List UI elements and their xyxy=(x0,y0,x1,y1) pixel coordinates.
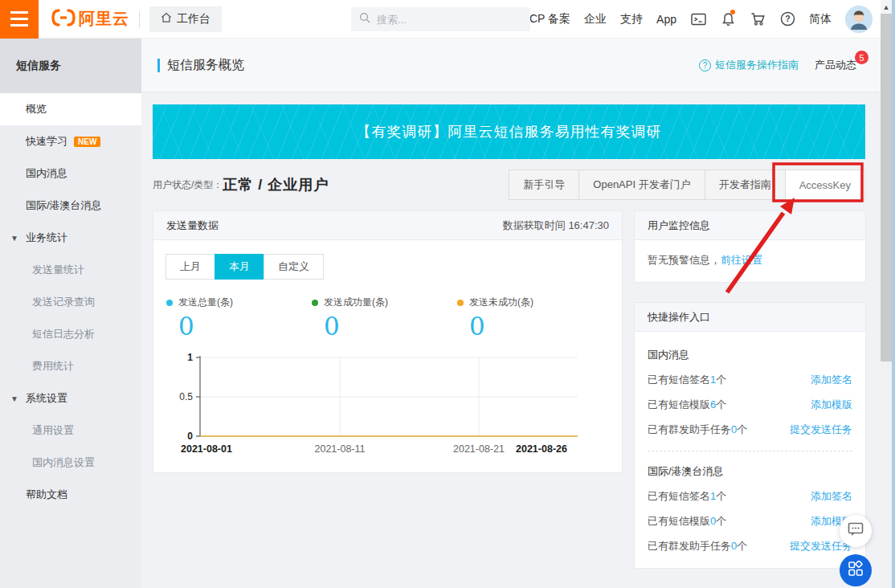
content: 【有奖调研】阿里云短信服务易用性有奖调研 用户状态/类型： 正常 / 企业用户 … xyxy=(141,92,881,569)
chat-support-button[interactable] xyxy=(840,515,872,547)
nav-link-support[interactable]: 支持 xyxy=(620,12,643,27)
xtick-0811: 2021-08-11 xyxy=(314,443,365,455)
main-area: 短信服务概览 ? 短信服务操作指南 产品动态 5 【有奖调研】阿里云短信服务易用… xyxy=(141,39,881,588)
sidebar-group-business-stats[interactable]: ▼ 业务统计 xyxy=(0,222,141,254)
title-accent-bar xyxy=(157,59,160,72)
sidebar-group-system-settings[interactable]: ▼ 系统设置 xyxy=(0,382,141,414)
sidebar-item-label: 发送记录查询 xyxy=(32,295,95,309)
sidebar-item-label: 帮助文档 xyxy=(26,488,67,502)
row-text: 已有短信模版0个 xyxy=(648,514,726,529)
quick-row: 已有短信模版0个 添加模版 xyxy=(648,514,852,529)
row-text: 已有群发助手任务0个 xyxy=(648,539,747,553)
hamburger-menu-icon[interactable] xyxy=(0,0,39,39)
stats-row: 发送总量(条) 0 发送成功量(条) 0 xyxy=(166,296,603,340)
tab-last-month[interactable]: 上月 xyxy=(166,254,215,280)
terminal-icon[interactable] xyxy=(690,11,706,27)
workbench-button[interactable]: 工作台 xyxy=(149,6,222,32)
scrollbar-thumb[interactable] xyxy=(881,14,892,361)
right-column: 用户监控信息 暂无预警信息，前往设置 快捷操作入口 国内消息 xyxy=(634,210,866,569)
sidebar-item-label: 通用设置 xyxy=(32,423,74,438)
add-signature-link[interactable]: 添加签名 xyxy=(811,373,852,387)
row-text: 已有群发助手任务0个 xyxy=(648,423,747,437)
quick-row: 已有短信签名1个 添加签名 xyxy=(648,373,852,387)
chevron-down-icon: ▼ xyxy=(10,394,18,403)
sidebar-item-general-settings[interactable]: 通用设置 xyxy=(0,414,141,447)
product-news-label: 产品动态 xyxy=(815,59,856,71)
sidebar-item-overview[interactable]: 概览 xyxy=(0,93,141,125)
svg-text:?: ? xyxy=(785,14,790,23)
news-count-badge: 5 xyxy=(855,51,868,64)
sidebar: 短信服务 概览 快速学习 NEW 国内消息 国际/港澳台消息 ▼ 业务统计 发送… xyxy=(0,39,141,588)
notification-bell-icon[interactable] xyxy=(720,11,736,27)
browser-edge-strip xyxy=(892,0,895,588)
ytick-0: 0 xyxy=(187,431,193,442)
locale-switcher[interactable]: 简体 xyxy=(809,12,832,27)
nav-divider xyxy=(139,11,140,27)
sidebar-item-label: 短信日志分析 xyxy=(32,327,95,341)
question-circle-icon: ? xyxy=(699,59,711,71)
tab-this-month[interactable]: 本月 xyxy=(215,254,264,280)
page-scrollbar[interactable]: ▲ xyxy=(881,0,892,588)
cart-icon[interactable] xyxy=(750,11,766,27)
chevron-down-icon: ▼ xyxy=(10,234,18,243)
dashed-divider xyxy=(648,451,852,451)
sidebar-item-domestic-messages[interactable]: 国内消息 xyxy=(0,157,141,190)
sidebar-item-sms-log-analysis[interactable]: 短信日志分析 xyxy=(0,318,141,350)
quick-row: 已有群发助手任务0个 提交发送任务 xyxy=(648,539,852,553)
widgets-panel-button[interactable] xyxy=(840,554,872,586)
scroll-up-arrow-icon[interactable]: ▲ xyxy=(881,0,892,14)
sidebar-item-label: 业务统计 xyxy=(26,231,67,245)
ytick-05: 0.5 xyxy=(179,391,193,402)
submit-send-task-link[interactable]: 提交发送任务 xyxy=(790,423,852,437)
product-news-link[interactable]: 产品动态 5 xyxy=(815,58,856,72)
sidebar-item-label: 发送量统计 xyxy=(32,263,84,277)
sidebar-item-domestic-message-settings[interactable]: 国内消息设置 xyxy=(0,447,141,479)
sidebar-item-help-docs[interactable]: 帮助文档 xyxy=(0,479,141,511)
new-badge: NEW xyxy=(74,137,100,147)
quick-row: 已有群发助手任务0个 提交发送任务 xyxy=(648,423,852,437)
workbench-label: 工作台 xyxy=(177,12,210,27)
add-template-link[interactable]: 添加模版 xyxy=(811,398,852,412)
user-avatar[interactable] xyxy=(845,6,873,33)
sidebar-item-send-volume-stats[interactable]: 发送量统计 xyxy=(0,254,141,286)
green-dot-icon xyxy=(312,300,318,306)
aliyun-console-page: 阿里云 工作台 费用 工单 ICP 备案 企业 xyxy=(0,0,895,588)
nav-link-icp[interactable]: ICP 备案 xyxy=(526,12,570,27)
stat-label: 发送总量(条) xyxy=(178,296,233,309)
sidebar-title: 短信服务 xyxy=(0,39,141,93)
sidebar-item-send-record-query[interactable]: 发送记录查询 xyxy=(0,286,141,318)
accesskey-button[interactable]: AccessKey xyxy=(785,169,865,200)
ytick-1: 1 xyxy=(187,352,193,363)
openapi-portal-button[interactable]: OpenAPI 开发者门户 xyxy=(578,169,705,200)
sidebar-item-quick-learning[interactable]: 快速学习 NEW xyxy=(0,125,141,157)
beginner-guide-button[interactable]: 新手引导 xyxy=(509,169,579,200)
sidebar-item-cost-stats[interactable]: 费用统计 xyxy=(0,350,141,382)
sidebar-item-label: 国内消息设置 xyxy=(32,455,95,470)
developer-guide-button[interactable]: 开发者指南 xyxy=(705,169,786,200)
sidebar-item-international-messages[interactable]: 国际/港澳台消息 xyxy=(0,190,141,222)
section-domestic: 国内消息 xyxy=(648,348,852,362)
nav-link-app[interactable]: App xyxy=(656,13,676,26)
stat-label: 发送未成功(条) xyxy=(469,296,533,309)
period-tabs: 上月 本月 自定义 xyxy=(166,254,603,280)
aliyun-logo[interactable]: 阿里云 xyxy=(51,8,129,30)
quick-actions-card: 快捷操作入口 国内消息 已有短信签名1个 添加签名 已有短信模版6个 添加模版 xyxy=(634,302,866,569)
cyan-dot-icon xyxy=(166,300,173,306)
send-volume-chart: 1 0.5 0 2021-08-01 2021-08-11 2021-08-21… xyxy=(166,351,603,462)
stat-value: 0 xyxy=(324,312,457,340)
nav-link-enterprise[interactable]: 企业 xyxy=(584,12,607,27)
add-signature-link[interactable]: 添加签名 xyxy=(811,489,852,504)
search-input[interactable] xyxy=(377,14,513,26)
chat-bubble-icon xyxy=(848,522,864,540)
row-text: 已有短信模版6个 xyxy=(648,398,726,412)
stat-value: 0 xyxy=(178,312,312,340)
survey-banner[interactable]: 【有奖调研】阿里云短信服务易用性有奖调研 xyxy=(153,104,865,159)
operation-guide-link[interactable]: ? 短信服务操作指南 xyxy=(699,58,799,72)
tab-custom[interactable]: 自定义 xyxy=(264,254,324,280)
grid-diamond-icon xyxy=(848,561,864,580)
help-icon[interactable]: ? xyxy=(779,11,795,27)
xtick-0826: 2021-08-26 xyxy=(516,443,567,455)
global-search[interactable] xyxy=(351,7,530,31)
stat-success-sent: 发送成功量(条) 0 xyxy=(312,296,457,340)
go-to-settings-link[interactable]: 前往设置 xyxy=(721,254,762,266)
